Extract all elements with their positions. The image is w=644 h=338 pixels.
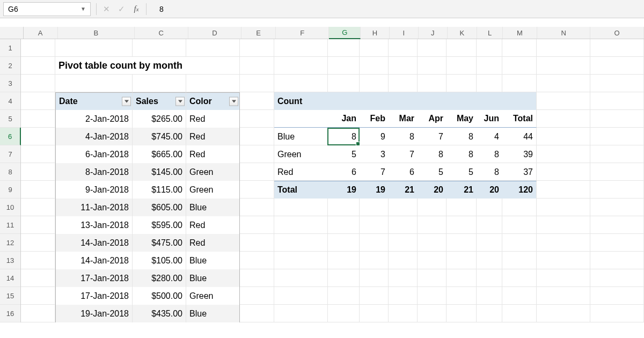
cell[interactable] xyxy=(477,269,502,287)
table-cell[interactable]: $605.00 xyxy=(133,199,186,216)
table-cell[interactable]: Blue xyxy=(186,252,240,269)
table-cell[interactable]: 14-Jan-2018 xyxy=(55,252,133,269)
col-header-G[interactable]: G xyxy=(329,27,361,39)
cell[interactable] xyxy=(418,199,447,216)
row-header[interactable]: 6 xyxy=(0,128,21,145)
cell[interactable] xyxy=(186,39,240,57)
cell[interactable] xyxy=(186,75,240,92)
cell[interactable] xyxy=(418,234,447,252)
cell[interactable] xyxy=(240,145,274,163)
cell[interactable] xyxy=(447,216,477,234)
cell[interactable] xyxy=(21,163,55,181)
cell[interactable] xyxy=(477,92,502,110)
cell[interactable] xyxy=(418,57,447,75)
cell[interactable] xyxy=(274,287,328,305)
cell[interactable] xyxy=(537,216,590,234)
cell[interactable] xyxy=(590,181,644,199)
cell[interactable] xyxy=(360,39,389,57)
cell[interactable] xyxy=(502,92,537,110)
cells-area[interactable]: Pivot table count by month Date Sales Co… xyxy=(21,39,644,322)
row-header[interactable]: 8 xyxy=(0,163,20,181)
cell[interactable] xyxy=(274,216,328,234)
cell[interactable] xyxy=(590,75,644,92)
pivot-col-label[interactable]: Total xyxy=(502,110,537,128)
filter-icon[interactable] xyxy=(229,97,238,106)
table-cell[interactable]: Green xyxy=(186,163,240,181)
pivot-cell[interactable]: 7 xyxy=(360,163,389,181)
col-header-I[interactable]: I xyxy=(390,27,419,39)
table-cell[interactable]: 4-Jan-2018 xyxy=(55,128,133,145)
cell[interactable] xyxy=(502,287,537,305)
cell[interactable] xyxy=(590,110,644,128)
select-all-corner[interactable] xyxy=(0,27,24,39)
cell[interactable] xyxy=(274,199,328,216)
pivot-col-label[interactable]: Jun xyxy=(477,110,502,128)
cell[interactable] xyxy=(537,199,590,216)
col-header-J[interactable]: J xyxy=(419,27,448,39)
pivot-cell[interactable]: 44 xyxy=(502,128,537,145)
pivot-cell[interactable]: 6 xyxy=(389,163,418,181)
page-title[interactable]: Pivot table count by month xyxy=(55,57,133,75)
pivot-cell[interactable]: 5 xyxy=(418,163,447,181)
cell[interactable] xyxy=(477,39,502,57)
cell[interactable] xyxy=(21,252,55,269)
row-header[interactable]: 10 xyxy=(0,199,20,216)
row-header[interactable]: 1 xyxy=(0,39,20,57)
cell[interactable] xyxy=(590,234,644,252)
cell[interactable] xyxy=(590,216,644,234)
cell[interactable] xyxy=(477,75,502,92)
table-cell[interactable]: $595.00 xyxy=(133,216,186,234)
cell[interactable] xyxy=(590,92,644,110)
row-header[interactable]: 14 xyxy=(0,269,20,287)
pivot-col-label[interactable]: Feb xyxy=(360,110,389,128)
cell[interactable] xyxy=(590,269,644,287)
table-cell[interactable]: 2-Jan-2018 xyxy=(55,110,133,128)
table-cell[interactable]: $145.00 xyxy=(133,163,186,181)
cell[interactable] xyxy=(477,57,502,75)
cell[interactable] xyxy=(389,199,418,216)
cell[interactable] xyxy=(360,57,389,75)
table-cell[interactable]: 19-Jan-2018 xyxy=(55,305,133,322)
pivot-title[interactable]: Count xyxy=(274,92,328,110)
cell[interactable] xyxy=(240,199,274,216)
cell[interactable] xyxy=(240,287,274,305)
pivot-cell[interactable]: 5 xyxy=(447,163,477,181)
col-header-B[interactable]: B xyxy=(58,27,135,39)
pivot-cell[interactable]: 7 xyxy=(389,145,418,163)
pivot-col-label[interactable]: Mar xyxy=(389,110,418,128)
cell[interactable] xyxy=(537,92,590,110)
pivot-col-label[interactable]: Jan xyxy=(328,110,360,128)
cell[interactable] xyxy=(477,252,502,269)
pivot-cell[interactable]: 9 xyxy=(360,128,389,145)
table-cell[interactable]: 17-Jan-2018 xyxy=(55,269,133,287)
pivot-cell[interactable]: 8 xyxy=(328,128,360,145)
cell[interactable] xyxy=(274,75,328,92)
table-cell[interactable]: Red xyxy=(186,128,240,145)
name-box[interactable]: G6 ▼ xyxy=(3,2,91,16)
cell[interactable] xyxy=(447,234,477,252)
cell[interactable] xyxy=(447,305,477,322)
row-header[interactable]: 4 xyxy=(0,92,20,110)
col-header-F[interactable]: F xyxy=(276,27,330,39)
cell[interactable] xyxy=(537,181,590,199)
table-header-sales[interactable]: Sales xyxy=(133,92,186,110)
table-cell[interactable]: $665.00 xyxy=(133,145,186,163)
table-cell[interactable]: Red xyxy=(186,216,240,234)
pivot-cell[interactable]: 37 xyxy=(502,163,537,181)
cell[interactable] xyxy=(360,199,389,216)
cell[interactable] xyxy=(537,128,590,145)
row-header[interactable]: 15 xyxy=(0,287,20,305)
cell[interactable] xyxy=(240,252,274,269)
table-cell[interactable]: $265.00 xyxy=(133,110,186,128)
table-cell[interactable]: 9-Jan-2018 xyxy=(55,181,133,199)
cell[interactable] xyxy=(240,234,274,252)
pivot-total-cell[interactable]: 19 xyxy=(360,181,389,199)
cell[interactable] xyxy=(274,305,328,322)
col-header-N[interactable]: N xyxy=(537,27,591,39)
cell[interactable] xyxy=(537,252,590,269)
col-header-M[interactable]: M xyxy=(503,27,537,39)
cell[interactable] xyxy=(389,287,418,305)
pivot-row-label[interactable]: Blue xyxy=(274,128,328,145)
cell[interactable] xyxy=(274,234,328,252)
cell[interactable] xyxy=(240,181,274,199)
